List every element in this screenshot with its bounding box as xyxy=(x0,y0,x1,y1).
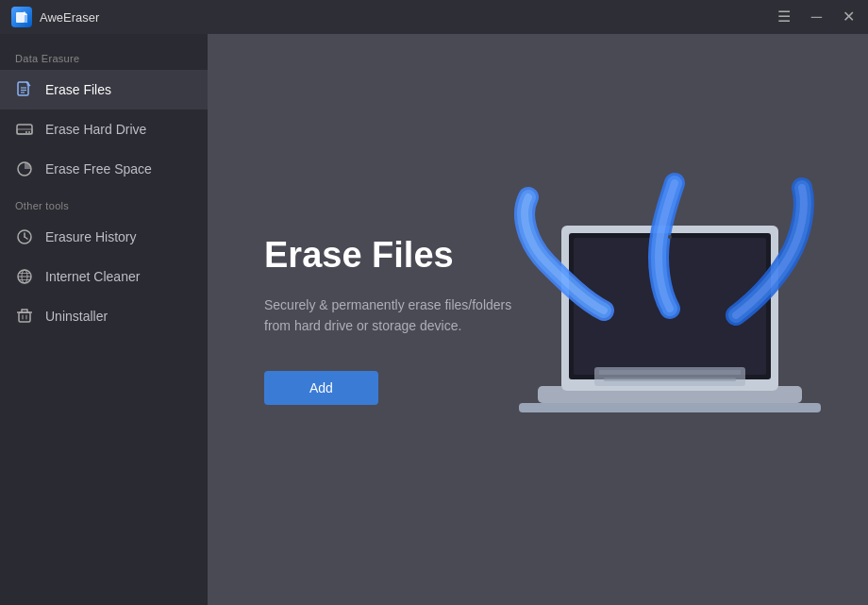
other-tools-label: Other tools xyxy=(0,189,208,217)
globe-icon xyxy=(15,267,34,286)
sidebar-item-label-erasure-history: Erasure History xyxy=(45,229,136,244)
doc-icon xyxy=(15,80,34,99)
clock-icon xyxy=(15,227,34,246)
svg-point-8 xyxy=(25,131,27,133)
sidebar-item-erase-hard-drive[interactable]: Erase Hard Drive xyxy=(0,109,208,149)
sidebar-item-label-uninstaller: Uninstaller xyxy=(45,309,108,324)
sidebar-item-label-erase-free-space: Erase Free Space xyxy=(45,161,152,176)
svg-rect-18 xyxy=(19,312,30,322)
title-bar-left: AweEraser xyxy=(11,7,99,27)
svg-line-12 xyxy=(25,237,27,239)
sidebar: Data Erasure Erase Files xyxy=(0,34,208,605)
trash-icon xyxy=(15,307,34,326)
sidebar-item-erase-free-space[interactable]: Erase Free Space xyxy=(0,149,208,189)
svg-rect-0 xyxy=(16,12,25,23)
drive-icon xyxy=(15,120,34,139)
data-erasure-label: Data Erasure xyxy=(0,42,208,70)
content-info: Erase Files Securely & permanently erase… xyxy=(264,234,811,404)
sidebar-item-erase-files[interactable]: Erase Files xyxy=(0,70,208,109)
menu-button[interactable]: ☰ xyxy=(776,8,793,26)
sidebar-item-label-internet-cleaner: Internet Cleaner xyxy=(45,269,140,284)
add-button[interactable]: Add xyxy=(264,371,378,405)
sidebar-item-erasure-history[interactable]: Erasure History xyxy=(0,217,208,257)
pie-icon xyxy=(15,160,34,178)
app-title: AweEraser xyxy=(40,10,99,25)
title-bar: AweEraser ☰ ─ ✕ xyxy=(0,0,868,34)
sidebar-item-label-erase-files: Erase Files xyxy=(45,82,111,97)
sidebar-item-uninstaller[interactable]: Uninstaller xyxy=(0,296,208,336)
sidebar-item-label-erase-hard-drive: Erase Hard Drive xyxy=(45,122,146,137)
close-button[interactable]: ✕ xyxy=(841,8,857,26)
page-title: Erase Files xyxy=(264,234,811,277)
content-area: Erase Files Securely & permanently erase… xyxy=(208,34,868,605)
sidebar-item-internet-cleaner[interactable]: Internet Cleaner xyxy=(0,257,208,296)
window-controls: ☰ ─ ✕ xyxy=(776,8,857,26)
main-layout: Data Erasure Erase Files xyxy=(0,34,868,605)
app-icon xyxy=(11,7,32,27)
svg-point-7 xyxy=(28,131,30,133)
minimize-button[interactable]: ─ xyxy=(810,8,824,26)
page-description: Securely & permanently erase files/folde… xyxy=(264,294,528,337)
